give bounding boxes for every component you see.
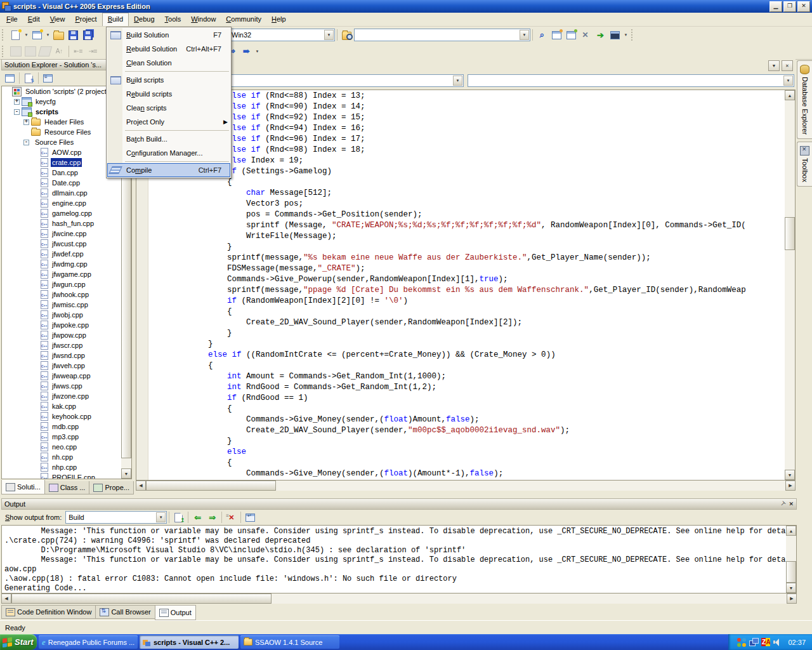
tree-item-jfwgun-cpp[interactable]: jfwgun.cpp	[2, 279, 121, 289]
word-completion-button[interactable]: A↑	[52, 44, 67, 58]
toolbar-grip[interactable]	[2, 46, 6, 57]
start-button[interactable]: Start	[0, 634, 37, 650]
editor-horizontal-scrollbar[interactable]: ◀ ▶	[136, 481, 796, 491]
expand-icon[interactable]: +	[23, 119, 29, 125]
tree-item-neo-cpp[interactable]: neo.cpp	[2, 442, 121, 452]
solution-explorer-button[interactable]: ⌕	[535, 28, 549, 42]
scroll-up-button[interactable]: ▲	[786, 526, 796, 536]
member-list-button[interactable]	[8, 44, 23, 58]
toolbar-grip[interactable]	[2, 29, 6, 41]
tree-item-jfwscr-cpp[interactable]: jfwscr.cpp	[2, 340, 121, 350]
collapse-icon[interactable]: -	[14, 109, 20, 115]
tree-item-mdb-cpp[interactable]: mdb.cpp	[2, 421, 121, 432]
tree-item-jfwpow-cpp[interactable]: jfwpow.cpp	[2, 330, 121, 340]
menu-project[interactable]: Project	[70, 13, 102, 26]
build-menu-item-build-solution[interactable]: Build SolutionF7	[107, 28, 230, 42]
tab-call-browser[interactable]: Call Browser	[95, 605, 155, 619]
restore-button[interactable]: ❐	[783, 1, 796, 12]
document-list-dropdown-icon[interactable]: ▼	[768, 60, 780, 71]
members-combo-arrow-icon[interactable]: ▼	[783, 76, 793, 86]
output-source-combo-arrow-icon[interactable]: ▼	[156, 512, 166, 522]
code-editor[interactable]: else if (Rnd<=88) Index = 13;else if (Rn…	[136, 90, 796, 481]
tree-item-date-cpp[interactable]: Date.cpp	[2, 178, 121, 188]
menu-build[interactable]: Build	[102, 13, 129, 26]
tree-item-jfwcust-cpp[interactable]: jfwcust.cpp	[2, 239, 121, 249]
next-message-button[interactable]: ⇒	[205, 510, 219, 524]
tree-item-engine-cpp[interactable]: engine.cpp	[2, 198, 121, 208]
tree-item-resource-files[interactable]: Resource Files	[2, 127, 121, 137]
properties-window-button[interactable]	[549, 28, 564, 42]
tree-item-keycfg[interactable]: +keycfg	[2, 96, 121, 107]
new-project-button[interactable]	[8, 28, 23, 42]
word-wrap-button[interactable]: ↵	[243, 510, 258, 524]
quick-info-button[interactable]	[23, 44, 37, 58]
previous-message-button[interactable]: ⇐	[190, 510, 205, 524]
volume-tray-icon[interactable]	[773, 638, 782, 647]
output-horizontal-scrollbar[interactable]: ◀ ▶	[1, 594, 797, 604]
build-menu-item-clean-solution[interactable]: Clean Solution	[107, 56, 230, 70]
tab-output[interactable]: Output	[155, 605, 196, 620]
scroll-left-button[interactable]: ◀	[1, 594, 11, 604]
menu-window[interactable]: Window	[186, 13, 221, 26]
command-window-button[interactable]	[608, 28, 622, 42]
build-menu-item-configuration-manager[interactable]: Configuration Manager...	[107, 146, 230, 160]
open-file-button[interactable]	[51, 28, 66, 42]
build-menu-item-rebuild-scripts[interactable]: Rebuild scripts	[107, 87, 230, 101]
side-tab-toolbox[interactable]: Toolbox	[797, 142, 812, 187]
build-menu-item-compile[interactable]: CompileCtrl+F7	[107, 163, 230, 177]
tab-class[interactable]: Class ...	[44, 481, 90, 494]
tree-item-jfwsnd-cpp[interactable]: jfwsnd.cpp	[2, 350, 121, 361]
toolbar-grip[interactable]	[631, 29, 636, 41]
tree-item-solution-scripts-2-projects[interactable]: Solution 'scripts' (2 projects)	[2, 86, 121, 96]
network-tray-icon[interactable]	[749, 638, 758, 647]
minimize-button[interactable]: ▁	[769, 1, 782, 12]
scroll-right-button[interactable]: ▶	[785, 481, 796, 491]
build-menu-item-build-scripts[interactable]: Build scripts	[107, 73, 230, 87]
menu-tools[interactable]: Tools	[160, 13, 187, 26]
tree-item-jfwmisc-cpp[interactable]: jfwmisc.cpp	[2, 300, 121, 310]
tree-item-jfwdef-cpp[interactable]: jfwdef.cpp	[2, 249, 121, 259]
scroll-down-button[interactable]: ▼	[121, 468, 131, 479]
auto-hide-pin-icon[interactable]: ⊤	[777, 499, 788, 510]
close-output-icon[interactable]: ✕	[789, 499, 794, 509]
tree-item-jfwhook-cpp[interactable]: jfwhook.cpp	[2, 289, 121, 300]
scroll-thumb[interactable]	[785, 217, 795, 250]
messenger-tray-icon[interactable]	[737, 638, 746, 647]
add-item-dropdown-icon[interactable]: ▼	[44, 33, 51, 37]
close-button[interactable]: ✕	[797, 1, 810, 12]
scroll-thumb[interactable]	[786, 561, 796, 583]
tree-item-jfwzone-cpp[interactable]: jfwzone.cpp	[2, 391, 121, 401]
collapse-icon[interactable]: -	[23, 140, 29, 145]
find-combo[interactable]: ▼	[354, 29, 530, 41]
new-project-dropdown-icon[interactable]: ▼	[23, 33, 30, 37]
close-document-icon[interactable]: ✕	[782, 60, 793, 71]
toolbar-options-icon[interactable]: ▼	[622, 33, 629, 37]
navigate-to-button[interactable]: ➔	[593, 28, 608, 42]
show-all-files-button[interactable]: ⇅	[22, 71, 36, 85]
tree-item-source-files[interactable]: -Source Files	[2, 137, 121, 147]
tree-item-hash-fun-cpp[interactable]: hash_fun.cpp	[2, 218, 121, 229]
find-combo-arrow-icon[interactable]: ▼	[520, 30, 529, 40]
scroll-left-button[interactable]: ◀	[136, 481, 146, 491]
output-text[interactable]: Message: 'This function or variable may …	[1, 525, 797, 594]
types-combo-arrow-icon[interactable]: ▼	[453, 76, 462, 86]
menu-debug[interactable]: Debug	[129, 13, 159, 26]
menu-file[interactable]: File	[1, 13, 23, 26]
build-menu-item-batch-build[interactable]: Batch Build...	[107, 132, 230, 146]
tree-item-jfwpoke-cpp[interactable]: jfwpoke.cpp	[2, 320, 121, 330]
save-all-button[interactable]	[81, 28, 95, 42]
output-source-combo[interactable]: Build ▼	[65, 511, 167, 524]
side-tab-database-explorer[interactable]: Database Explorer	[797, 60, 812, 139]
menu-view[interactable]: View	[45, 13, 70, 26]
code-area[interactable]: else if (Rnd<=88) Index = 13;else if (Rn…	[148, 91, 785, 480]
platform-combo-arrow-icon[interactable]: ▼	[324, 30, 334, 40]
tree-item-jfwgame-cpp[interactable]: jfwgame.cpp	[2, 269, 121, 279]
goto-message-button[interactable]: ↥	[171, 510, 186, 524]
tree-item-header-files[interactable]: +Header Files	[2, 117, 121, 127]
tree-item-gamelog-cpp[interactable]: gamelog.cpp	[2, 208, 121, 218]
tree-item-crate-cpp[interactable]: crate.cpp	[2, 157, 121, 168]
navigate-backward-button[interactable]: ➠	[239, 44, 254, 58]
object-browser-button[interactable]	[564, 28, 579, 42]
tree-item-scripts[interactable]: -scripts	[2, 107, 121, 117]
build-menu-item-clean-scripts[interactable]: Clean scripts	[107, 101, 230, 115]
